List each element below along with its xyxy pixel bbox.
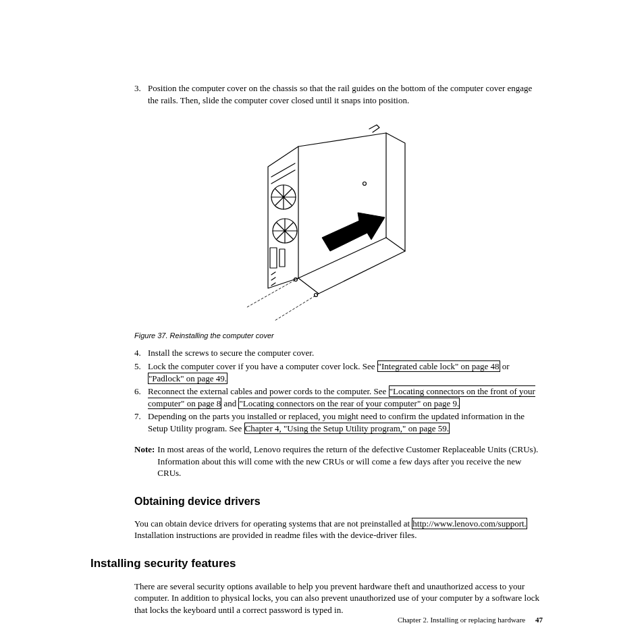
section1-text-pre: You can obtain device drivers for operat… bbox=[134, 518, 412, 529]
step-number: 4. bbox=[134, 347, 141, 359]
cross-reference-link[interactable]: "Padlock" on page 49. bbox=[148, 373, 227, 384]
cross-reference-link[interactable]: Chapter 4, "Using the Setup Utility prog… bbox=[244, 423, 450, 434]
footer-chapter: Chapter 2. Installing or replacing hardw… bbox=[398, 616, 525, 624]
step-list-top: 3. Position the computer cover on the ch… bbox=[134, 82, 543, 106]
svg-point-5 bbox=[314, 294, 317, 297]
svg-rect-3 bbox=[279, 249, 285, 267]
heading-obtaining-device-drivers: Obtaining device drivers bbox=[134, 494, 543, 509]
computer-cover-illustration bbox=[217, 119, 460, 322]
step-7: 7.Depending on the parts you installed o… bbox=[134, 410, 543, 434]
step-6: 6.Reconnect the external cables and powe… bbox=[134, 385, 543, 409]
svg-point-4 bbox=[363, 182, 366, 186]
step-text-fragment: Reconnect the external cables and power … bbox=[148, 386, 389, 396]
step-5: 5.Lock the computer cover if you have a … bbox=[134, 360, 543, 384]
footer-page-number: 47 bbox=[535, 616, 543, 624]
content-column: 3. Position the computer cover on the ch… bbox=[134, 82, 543, 616]
lenovo-support-link[interactable]: http://www.lenovo.com/support. bbox=[412, 518, 527, 529]
step-text-fragment: or bbox=[500, 361, 510, 371]
cross-reference-link[interactable]: "Integrated cable lock" on page 48 bbox=[377, 360, 500, 372]
step-4: 4.Install the screws to secure the compu… bbox=[134, 347, 543, 359]
step-number: 6. bbox=[134, 385, 141, 398]
section2-paragraph: There are several security options avail… bbox=[134, 581, 543, 616]
figure-caption: Figure 37. Reinstalling the computer cov… bbox=[134, 331, 543, 341]
note-text: In most areas of the world, Lenovo requi… bbox=[157, 444, 543, 479]
step-text: Position the computer cover on the chass… bbox=[148, 83, 532, 105]
step-number: 7. bbox=[134, 410, 141, 423]
step-text-fragment: and bbox=[221, 398, 238, 408]
note-block: Note: In most areas of the world, Lenovo… bbox=[134, 444, 543, 479]
step-list-bottom: 4.Install the screws to secure the compu… bbox=[134, 347, 543, 434]
heading-installing-security-features: Installing security features bbox=[90, 556, 543, 572]
step-text-fragment: Lock the computer cover if you have a co… bbox=[148, 361, 377, 371]
cross-reference-link[interactable]: "Locating connectors on the rear of your… bbox=[238, 398, 460, 409]
step-3: 3. Position the computer cover on the ch… bbox=[134, 82, 543, 106]
note-label: Note: bbox=[134, 444, 157, 479]
step-number: 5. bbox=[134, 360, 141, 373]
section1-paragraph: You can obtain device drivers for operat… bbox=[134, 518, 543, 541]
figure-37 bbox=[134, 119, 543, 325]
svg-rect-2 bbox=[270, 248, 277, 268]
step-text-fragment: Install the screws to secure the compute… bbox=[148, 348, 314, 358]
page-footer: Chapter 2. Installing or replacing hardw… bbox=[398, 615, 543, 625]
manual-page: 3. Position the computer cover on the ch… bbox=[0, 0, 644, 644]
step-number: 3. bbox=[134, 82, 141, 95]
section1-text-post: Installation instructions are provided i… bbox=[134, 530, 417, 540]
